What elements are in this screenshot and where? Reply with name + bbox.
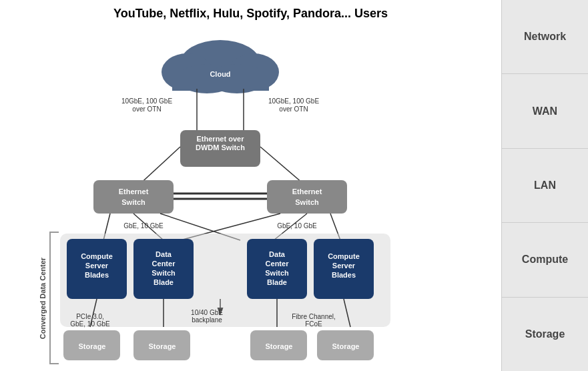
eth-switch-right-box bbox=[267, 180, 347, 214]
dc-right-label3: Switch bbox=[265, 269, 289, 277]
backplane-label1: 10/40 GbE bbox=[191, 309, 223, 316]
fibre-label2: FCoE bbox=[305, 320, 322, 328]
sidebar-item-wan: WAN bbox=[502, 74, 588, 148]
eth-switch-right-label2: Switch bbox=[295, 198, 319, 206]
backplane-label2: backplane bbox=[192, 316, 222, 324]
compute-left-label1: Compute bbox=[81, 252, 113, 260]
sidebar: Network WAN LAN Compute Storage bbox=[501, 0, 588, 371]
compute-left-label2: Server bbox=[85, 262, 109, 270]
gbe-left-label: GbE, 10 GbE bbox=[123, 222, 164, 230]
sidebar-item-network: Network bbox=[502, 0, 588, 74]
dc-left-label4: Blade bbox=[154, 278, 174, 286]
diagram-svg: Cloud 10GbE, 100 GbE over OTN 10GbE, 100… bbox=[0, 27, 501, 367]
sidebar-lan-label: LAN bbox=[534, 179, 556, 192]
diagram-title: YouTube, Netflix, Hulu, Spotify, Pandora… bbox=[7, 7, 495, 21]
compute-right-label1: Compute bbox=[328, 252, 360, 260]
dwdm-label2: DWDM Switch bbox=[196, 143, 245, 151]
pcie-label2: GbE, 10 GbE bbox=[70, 320, 110, 328]
sidebar-item-compute: Compute bbox=[502, 223, 588, 297]
eth-switch-left-label1: Ethernet bbox=[119, 188, 149, 196]
compute-left-label3: Blades bbox=[85, 271, 109, 279]
storage1-label: Storage bbox=[79, 342, 106, 350]
otn-right-label2: over OTN bbox=[279, 105, 308, 113]
sidebar-network-label: Network bbox=[524, 31, 566, 43]
cloud-node: Cloud bbox=[162, 40, 279, 93]
dc-left-label3: Switch bbox=[152, 269, 176, 277]
dc-left-label1: Data bbox=[156, 250, 172, 258]
dwdm-label1: Ethernet over bbox=[197, 135, 245, 143]
eth-switch-left-label2: Switch bbox=[121, 198, 145, 206]
sidebar-wan-label: WAN bbox=[533, 105, 557, 117]
fibre-label1: Fibre Channel, bbox=[292, 313, 336, 320]
main-container: YouTube, Netflix, Hulu, Spotify, Pandora… bbox=[0, 0, 588, 371]
gbe-right-label: GbE, 10 GbE bbox=[277, 222, 317, 230]
eth-switch-left-box bbox=[93, 180, 174, 214]
storage2-label: Storage bbox=[149, 342, 176, 350]
storage4-label: Storage bbox=[332, 342, 360, 350]
dc-right-label2: Center bbox=[266, 260, 290, 268]
otn-left-label2: over OTN bbox=[132, 105, 161, 113]
cloud-label: Cloud bbox=[210, 70, 230, 78]
sidebar-compute-label: Compute bbox=[522, 254, 568, 266]
compute-right-label3: Blades bbox=[332, 271, 356, 279]
dc-right-label1: Data bbox=[269, 250, 286, 258]
otn-right-label: 10GbE, 100 GbE bbox=[268, 97, 319, 105]
converged-bracket bbox=[50, 232, 59, 364]
pcie-label1: PCIe 3.0, bbox=[76, 313, 104, 320]
diagram-area: YouTube, Netflix, Hulu, Spotify, Pandora… bbox=[0, 0, 501, 371]
converged-label: Converged Data Center bbox=[39, 257, 47, 339]
dc-right-label4: Blade bbox=[267, 278, 287, 286]
compute-right-label2: Server bbox=[332, 262, 356, 270]
dc-left-label2: Center bbox=[152, 260, 176, 268]
eth-switch-right-label1: Ethernet bbox=[292, 188, 322, 196]
sidebar-item-lan: LAN bbox=[502, 149, 588, 223]
sidebar-storage-label: Storage bbox=[525, 328, 565, 340]
otn-left-label: 10GbE, 100 GbE bbox=[121, 97, 172, 105]
storage3-label: Storage bbox=[266, 342, 293, 350]
sidebar-item-storage: Storage bbox=[502, 298, 588, 371]
